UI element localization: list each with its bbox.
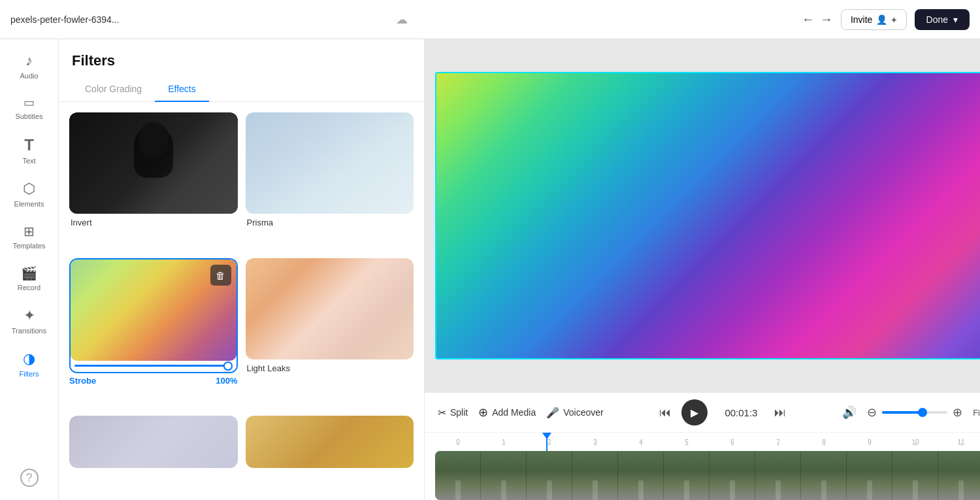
templates-icon: ⊞: [24, 224, 35, 239]
effect-card-invert[interactable]: Invert: [69, 112, 238, 250]
effect-strobe-value: 100%: [216, 376, 237, 386]
timeline-ruler: 0 1 2 3 4 5 6 7 8 9 10 11 12: [425, 433, 980, 451]
transitions-icon: ✦: [24, 307, 35, 324]
ruler-mark-7: 7: [755, 439, 801, 446]
timeline-track[interactable]: [435, 451, 980, 500]
filters-icon: ◑: [23, 350, 35, 367]
mic-icon: 🎤: [546, 407, 559, 419]
sidebar-item-text[interactable]: T Text: [3, 129, 56, 171]
sidebar-item-audio-label: Audio: [20, 72, 38, 80]
sidebar-item-subtitles[interactable]: ▭ Subtitles: [3, 89, 56, 127]
rewind-button[interactable]: ⏮: [659, 406, 671, 420]
timeline-thumb-4: [572, 451, 618, 500]
ruler-mark-0: 0: [435, 439, 481, 446]
text-icon: T: [24, 136, 34, 154]
record-icon: 🎬: [21, 265, 37, 281]
help-icon: ?: [20, 469, 39, 487]
left-sidebar: ♪ Audio ▭ Subtitles T Text ⬡ Elements ⊞ …: [0, 39, 59, 500]
ruler-mark-4: 4: [618, 439, 664, 446]
audio-icon: ♪: [25, 52, 33, 69]
effect-prisma-label: Prisma: [246, 214, 414, 229]
tab-color-grading[interactable]: Color Grading: [72, 77, 155, 102]
effect-invert-label: Invert: [69, 214, 238, 229]
effect-card-strobe[interactable]: 🗑 Strobe 100%: [69, 258, 238, 407]
timeline-thumb-6: [664, 451, 710, 500]
effect-card-light-leaks[interactable]: Light Leaks: [246, 258, 414, 407]
zoom-controls: ⊖ ⊕: [867, 405, 962, 420]
sidebar-item-filters-label: Filters: [20, 370, 39, 378]
tab-effects[interactable]: Effects: [155, 77, 209, 102]
timeline-thumb-3: [527, 451, 572, 500]
ruler-mark-10: 10: [892, 439, 938, 446]
forward-button[interactable]: ⏭: [774, 406, 786, 420]
done-button[interactable]: Done ▾: [915, 9, 970, 30]
timeline-thumb-5: [618, 451, 664, 500]
effect-card-extra-1[interactable]: [69, 416, 238, 490]
filters-tabs: Color Grading Effects: [59, 77, 424, 102]
effects-grid: Invert Prisma 🗑: [59, 102, 424, 500]
voiceover-button[interactable]: 🎤 Voiceover: [546, 407, 603, 419]
effect-card-extra-2[interactable]: [246, 416, 414, 490]
sidebar-item-templates-label: Templates: [12, 242, 45, 250]
playback-nav: ⏮ ▶ 00:01:3 ⏭: [659, 399, 786, 425]
done-chevron-icon: ▾: [953, 14, 958, 25]
ruler-mark-5: 5: [664, 439, 710, 446]
undo-redo-group: ← →: [802, 12, 833, 27]
play-button[interactable]: ▶: [681, 399, 708, 425]
sidebar-item-transitions-label: Transitions: [12, 327, 46, 335]
timeline-thumb-10: [847, 451, 892, 500]
playhead[interactable]: [546, 433, 547, 451]
ruler-mark-2: 2: [527, 439, 572, 446]
invite-add-icon: +: [891, 14, 896, 25]
invite-button[interactable]: Invite 👤 +: [841, 9, 907, 30]
split-button[interactable]: ✂ Split: [438, 407, 468, 419]
main-content: ♪ Audio ▭ Subtitles T Text ⬡ Elements ⊞ …: [0, 39, 980, 500]
sidebar-item-help[interactable]: ?: [3, 462, 56, 493]
sidebar-item-audio[interactable]: ♪ Audio: [3, 46, 56, 86]
redo-button[interactable]: →: [820, 12, 833, 27]
filters-panel: Filters Color Grading Effects: [59, 39, 425, 500]
filters-title: Filters: [59, 39, 424, 77]
sidebar-item-transitions[interactable]: ✦ Transitions: [3, 301, 56, 341]
zoom-out-button[interactable]: ⊖: [867, 405, 877, 420]
timeline-thumb-12: [938, 451, 980, 500]
add-media-button[interactable]: ⊕ Add Media: [478, 405, 536, 420]
subtitles-icon: ▭: [24, 95, 35, 110]
sidebar-item-filters[interactable]: ◑ Filters: [3, 344, 56, 384]
volume-button[interactable]: 🔊: [842, 405, 857, 420]
effect-strobe-delete-button[interactable]: 🗑: [210, 265, 231, 286]
zoom-slider[interactable]: [882, 411, 947, 414]
ruler-mark-9: 9: [847, 439, 892, 446]
sidebar-item-elements[interactable]: ⬡ Elements: [3, 174, 56, 214]
sidebar-item-elements-label: Elements: [14, 200, 44, 208]
video-frame: [435, 72, 980, 359]
timeline-thumb-11: [892, 451, 938, 500]
timeline-thumb-7: [710, 451, 755, 500]
playback-bar: ✂ Split ⊕ Add Media 🎤 Voiceover ⏮ ▶: [425, 393, 980, 433]
sidebar-item-templates[interactable]: ⊞ Templates: [3, 217, 56, 256]
sidebar-item-record-label: Record: [18, 284, 41, 292]
filename-label: pexels-peter-fowler-6394...: [10, 14, 388, 25]
timecode-display: 00:01:3: [718, 407, 764, 418]
ruler-mark-6: 6: [710, 439, 755, 446]
playhead-arrow: [542, 433, 551, 439]
timeline-thumb-2: [481, 451, 527, 500]
play-icon: ▶: [691, 407, 698, 419]
top-bar: pexels-peter-fowler-6394... ☁ ← → Invite…: [0, 0, 980, 39]
waterfall-thumbnails: [435, 451, 980, 500]
bottom-controls: ✂ Split ⊕ Add Media 🎤 Voiceover ⏮ ▶: [425, 392, 980, 500]
split-icon: ✂: [438, 407, 446, 419]
undo-button[interactable]: ←: [802, 12, 815, 27]
person-icon: 👤: [876, 14, 887, 25]
zoom-in-button[interactable]: ⊕: [953, 405, 962, 420]
ruler-mark-1: 1: [481, 439, 527, 446]
ruler-mark-11: 11: [938, 439, 980, 446]
ruler-mark-8: 8: [801, 439, 847, 446]
sidebar-item-record[interactable]: 🎬 Record: [3, 259, 56, 298]
fit-label[interactable]: Fit: [973, 408, 980, 418]
cloud-icon: ☁: [396, 12, 408, 27]
timeline-thumb-1: [435, 451, 481, 500]
effect-card-prisma[interactable]: Prisma: [246, 112, 414, 250]
ruler-marks: 0 1 2 3 4 5 6 7 8 9 10 11 12: [435, 439, 980, 446]
add-media-icon: ⊕: [478, 405, 488, 420]
